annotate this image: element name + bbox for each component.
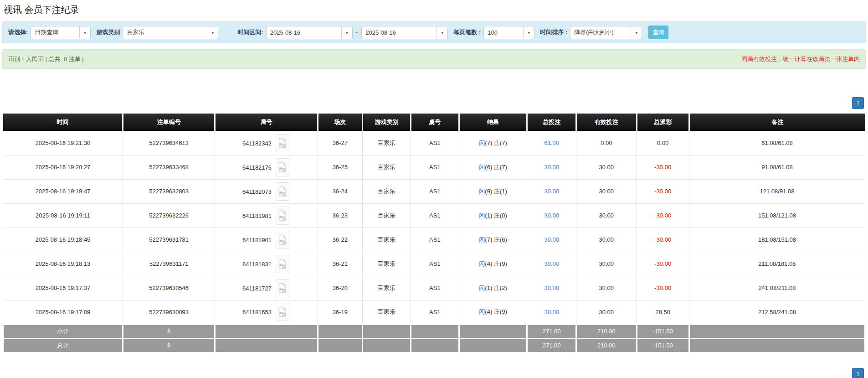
player-result-label: 闲	[479, 140, 485, 146]
cell-round-number: 641182342	[215, 131, 318, 155]
query-button[interactable]: 查询	[648, 26, 668, 39]
cell-total-bet: 30.00	[527, 228, 576, 252]
cell-total-bet: 30.00	[527, 300, 576, 324]
video-file-icon	[278, 186, 287, 197]
summary-remark	[689, 338, 865, 352]
summary-round	[215, 324, 318, 338]
video-replay-button[interactable]	[275, 134, 290, 152]
cell-time: 2025-08-16 19:18:13	[3, 252, 123, 276]
round-number: 641181981	[242, 212, 272, 219]
query-type-value: 日期查询	[31, 26, 79, 39]
chevron-down-icon[interactable]: ▾	[341, 26, 352, 39]
date-from-select[interactable]: 2025-08-16 ▾	[266, 26, 353, 39]
pagination-bottom: 1	[0, 368, 868, 378]
cell-result: 闲(1) 庄(2)	[459, 276, 527, 300]
total-bet-link[interactable]: 30.00	[544, 236, 559, 243]
banker-result-score: (7)	[500, 140, 507, 146]
time-sort-label: 时间排序 :	[540, 28, 567, 36]
player-result-label: 闲	[479, 188, 485, 195]
cell-session: 36-24	[318, 179, 362, 203]
table-row: 2025-08-16 19:21:30522739634613641182342…	[3, 131, 865, 155]
column-header-7: 结果	[459, 114, 527, 131]
total-bet-link[interactable]: 30.00	[544, 285, 559, 291]
cell-payout: 28.50	[637, 300, 689, 324]
chevron-down-icon[interactable]: ▾	[437, 26, 447, 39]
player-result-label: 闲	[479, 236, 485, 243]
cell-total-bet: 61.00	[527, 131, 576, 155]
cell-result: 闲(7) 庄(6)	[459, 228, 527, 252]
summary-remark	[689, 324, 865, 338]
page-1-button[interactable]: 1	[852, 368, 864, 378]
summary-total-bet: 271.00	[527, 338, 576, 352]
game-category-select[interactable]: 百家乐 ▾	[123, 26, 218, 39]
date-from-value: 2025-08-16	[267, 26, 341, 39]
cell-time: 2025-08-16 19:21:30	[3, 131, 123, 155]
grand-total-row: 总计8271.00210.00-151.50	[3, 338, 865, 352]
column-header-8: 总投注	[527, 114, 576, 131]
date-to-select[interactable]: 2025-08-16 ▾	[361, 26, 448, 39]
total-bet-link[interactable]: 30.00	[544, 188, 559, 195]
cell-bet-number: 522739632226	[123, 203, 215, 228]
cell-total-bet: 30.00	[527, 155, 576, 179]
banker-result-label: 庄	[494, 285, 500, 291]
query-type-select[interactable]: 日期查询 ▾	[31, 26, 91, 39]
cell-total-bet: 30.00	[527, 203, 576, 228]
column-header-11: 备注	[689, 114, 865, 131]
video-replay-button[interactable]	[275, 255, 290, 273]
video-replay-button[interactable]	[275, 158, 290, 176]
chevron-down-icon[interactable]: ▾	[523, 26, 534, 39]
cell-round-number: 641182176	[215, 155, 318, 179]
cell-remark: 61.08/61.08	[689, 131, 865, 155]
cell-payout: -30.00	[637, 276, 689, 300]
video-replay-button[interactable]	[275, 231, 290, 249]
column-header-6: 桌号	[411, 114, 459, 131]
cell-result: 闲(9) 庄(1)	[459, 179, 527, 203]
cell-valid-bet: 30.00	[576, 300, 637, 324]
cell-payout: -30.00	[637, 252, 689, 276]
cell-game-category: 百家乐	[362, 179, 411, 203]
cell-table-number: AS1	[411, 252, 459, 276]
table-row: 2025-08-16 19:19:47522739632803641182073…	[3, 179, 865, 203]
video-replay-button[interactable]	[275, 303, 290, 321]
cell-payout: -30.00	[637, 228, 689, 252]
cell-table-number: AS1	[411, 155, 459, 179]
total-bet-link[interactable]: 30.00	[544, 164, 559, 171]
banker-result-label: 庄	[494, 308, 500, 315]
page-1-button[interactable]: 1	[852, 97, 864, 109]
player-result-label: 闲	[479, 260, 485, 267]
video-file-icon	[278, 283, 287, 294]
cell-payout: -30.00	[637, 179, 689, 203]
cell-bet-number: 522739631781	[123, 228, 215, 252]
video-replay-button[interactable]	[275, 207, 290, 225]
banker-result-score: (0)	[500, 212, 507, 219]
valid-bet-notice: 同局有效投注，统一计算在该局第一张注单内	[741, 55, 860, 63]
time-sort-value: 降幂(由大到小)	[570, 26, 631, 39]
cell-game-category: 百家乐	[362, 228, 411, 252]
date-to-value: 2025-08-16	[362, 26, 437, 39]
page-title: 视讯 会员下注纪录	[0, 0, 868, 19]
chevron-down-icon[interactable]: ▾	[207, 26, 218, 39]
cell-valid-bet: 30.00	[576, 155, 637, 179]
cell-round-number: 641181653	[215, 300, 318, 324]
chevron-down-icon[interactable]: ▾	[79, 26, 90, 39]
chevron-down-icon[interactable]: ▾	[631, 26, 642, 39]
page-size-label: 每页笔数 :	[453, 28, 481, 36]
total-bet-link[interactable]: 30.00	[544, 212, 559, 219]
total-bet-link[interactable]: 30.00	[544, 260, 559, 267]
video-replay-button[interactable]	[275, 279, 290, 297]
banker-result-label: 庄	[494, 188, 500, 195]
page-size-select[interactable]: 100 ▾	[483, 26, 534, 39]
banker-result-score: (9)	[500, 260, 507, 267]
total-bet-link[interactable]: 61.00	[544, 140, 559, 146]
cell-session: 36-27	[318, 131, 362, 155]
cell-time: 2025-08-16 19:20:27	[3, 155, 123, 179]
cell-round-number: 641182073	[215, 179, 318, 203]
time-sort-select[interactable]: 降幂(由大到小) ▾	[570, 26, 642, 39]
summary-info-bar: 币别：人民币 | 总共 :8 注单 | 同局有效投注，统一计算在该局第一张注单内	[2, 49, 866, 69]
video-replay-button[interactable]	[275, 182, 290, 201]
video-file-icon	[278, 234, 287, 245]
table-row: 2025-08-16 19:19:11522739632226641181981…	[3, 203, 865, 228]
cell-game-category: 百家乐	[362, 203, 411, 228]
total-bet-link[interactable]: 30.00	[544, 309, 559, 316]
table-row: 2025-08-16 19:18:13522739631171641181831…	[3, 252, 865, 276]
